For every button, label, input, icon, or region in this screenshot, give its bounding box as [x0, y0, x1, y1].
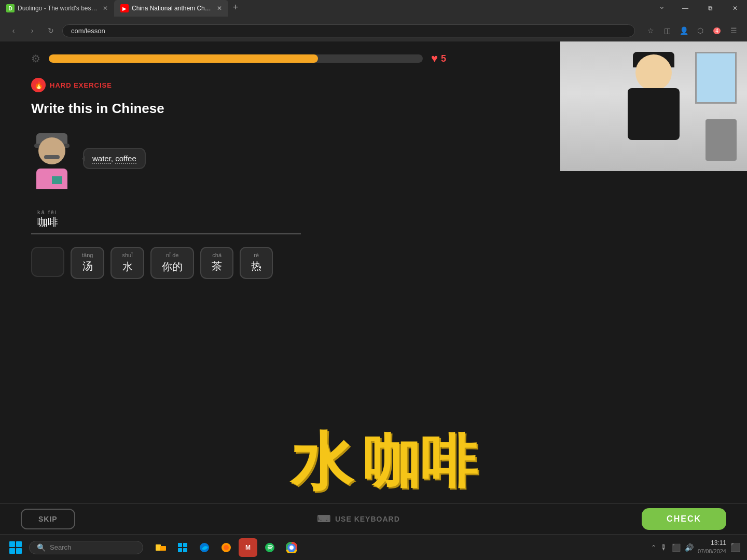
taskbar-app-chrome[interactable] — [282, 538, 301, 557]
pocket-icon[interactable]: ◫ — [660, 23, 674, 38]
volume-icon[interactable]: 🔊 — [685, 543, 694, 552]
skip-button[interactable]: SKIP — [21, 509, 75, 529]
taskbar-apps: M — [151, 538, 301, 557]
address-input[interactable]: com/lesson — [62, 24, 635, 37]
word-pinyin-tang: tāng — [82, 252, 93, 258]
svg-point-11 — [289, 545, 294, 550]
address-text: com/lesson — [71, 27, 105, 35]
big-char-water: 水 — [290, 430, 353, 493]
speech-word-water: water — [92, 154, 111, 164]
char-mustache — [44, 155, 60, 159]
taskbar-right: ⌃ 🎙 ⬛ 🔊 13:11 07/08/2024 ⬛ — [651, 539, 741, 555]
win-logo-q2 — [16, 541, 22, 547]
video-overlay — [560, 41, 747, 171]
addon-badge[interactable]: 4 — [710, 23, 724, 38]
toolbar-icons: ☆ ◫ 👤 ⬡ 4 ☰ — [643, 23, 741, 38]
notification-icon[interactable]: ⬛ — [730, 542, 741, 552]
mic-icon[interactable]: 🎙 — [660, 543, 668, 552]
word-tile-re[interactable]: rè 热 — [240, 247, 273, 279]
word-tile-shui[interactable]: shuǐ 水 — [110, 247, 144, 279]
minimize-button[interactable]: — — [673, 0, 697, 17]
svg-rect-4 — [178, 548, 182, 552]
big-chars-overlay: 水 咖啡 — [290, 430, 477, 493]
taskbar-app-store[interactable] — [173, 538, 192, 557]
refresh-button[interactable]: ↻ — [44, 23, 58, 38]
progress-row: ⚙ ♥ 5 — [31, 52, 446, 65]
back-button[interactable]: ‹ — [6, 23, 21, 38]
taskbar-app-spotify[interactable] — [260, 538, 279, 557]
word-tile-tang[interactable]: tāng 汤 — [71, 247, 104, 279]
show-hidden-icon[interactable]: ⌃ — [651, 544, 656, 551]
word-tile-empty[interactable] — [31, 247, 64, 277]
keyboard-icon: ⌨ — [317, 513, 331, 525]
extensions-icon[interactable]: ⬡ — [693, 23, 708, 38]
word-chinese-ni-de: 你的 — [162, 260, 183, 274]
windows-logo — [9, 541, 22, 554]
answer-chinese: 咖啡 — [37, 215, 295, 229]
char-collar — [52, 176, 62, 184]
word-chinese-tang: 汤 — [82, 259, 93, 273]
tab-expand-button[interactable]: ⌄ — [655, 0, 669, 20]
yt-favicon: ▶ — [120, 4, 129, 12]
yt-tab-close[interactable]: ✕ — [217, 5, 222, 12]
word-pinyin-cha: chá — [212, 252, 222, 258]
char-body — [36, 169, 67, 189]
duo-tab-close[interactable]: ✕ — [103, 5, 108, 12]
address-bar: ‹ › ↻ com/lesson ☆ ◫ 👤 ⬡ 4 ☰ — [0, 20, 747, 41]
word-pinyin-re: rè — [251, 252, 261, 258]
speech-bubble: water, coffee — [83, 148, 146, 169]
exercise-instruction: Write this in Chinese — [31, 101, 446, 117]
menu-icon[interactable]: ☰ — [726, 23, 741, 38]
taskbar-search[interactable]: 🔍 Search — [29, 541, 143, 554]
taskbar-app-explorer[interactable] — [151, 538, 170, 557]
word-options: tāng 汤 shuǐ 水 nǐ de 你的 chá 茶 rè 热 — [31, 247, 446, 279]
tab-duolingo[interactable]: D Duolingo - The world's best wa... ✕ — [0, 0, 114, 17]
char-head — [38, 137, 65, 164]
close-button[interactable]: ✕ — [723, 0, 747, 17]
duo-tab-label: Duolingo - The world's best wa... — [18, 5, 98, 12]
word-tile-cha[interactable]: chá 茶 — [200, 247, 233, 279]
yt-tab-label: China National anthem Chinese... — [132, 5, 212, 12]
start-button[interactable] — [6, 538, 25, 557]
tab-youtube[interactable]: ▶ China National anthem Chinese... ✕ — [114, 0, 228, 17]
word-chinese-re: 热 — [251, 259, 261, 273]
clock-time: 13:11 — [698, 539, 726, 548]
taskbar-app-app1[interactable]: M — [239, 538, 257, 557]
answer-pinyin: kā fēi — [37, 209, 295, 215]
hard-exercise-label: 🔥 HARD EXERCISE — [31, 78, 446, 92]
keyboard-label: USE KEYBOARD — [335, 515, 400, 523]
word-chinese-shui: 水 — [122, 260, 133, 274]
video-content — [560, 41, 747, 171]
main-content: ⚙ ♥ 5 🔥 HARD EXERCISE Write this in Chin… — [0, 41, 747, 503]
person-body — [628, 88, 680, 140]
progress-bar-fill — [49, 54, 318, 63]
heart-icon: ♥ — [431, 52, 438, 65]
person-head — [635, 54, 672, 91]
win-logo-q3 — [9, 548, 15, 554]
taskbar: 🔍 Search M ⌃ 🎙 ⬛ 🔊 — [0, 534, 747, 560]
svg-point-9 — [265, 543, 274, 552]
character-row: water, coffee — [31, 137, 446, 194]
settings-icon[interactable]: ⚙ — [31, 52, 40, 65]
taskbar-app-firefox[interactable] — [217, 538, 236, 557]
svg-rect-2 — [178, 543, 182, 547]
answer-box[interactable]: kā fēi 咖啡 — [31, 205, 301, 233]
new-tab-button[interactable]: + — [228, 0, 243, 15]
check-button[interactable]: CHECK — [642, 508, 726, 530]
hard-exercise-icon: 🔥 — [31, 78, 46, 92]
account-icon[interactable]: 👤 — [676, 23, 691, 38]
search-icon: 🔍 — [37, 543, 46, 552]
person-figure — [602, 49, 706, 163]
speech-comma: , — [111, 154, 115, 163]
taskbar-clock[interactable]: 13:11 07/08/2024 — [698, 539, 726, 555]
browser-chrome: D Duolingo - The world's best wa... ✕ ▶ … — [0, 0, 747, 41]
display-icon[interactable]: ⬛ — [672, 543, 681, 552]
word-pinyin-shui: shuǐ — [122, 252, 133, 259]
bookmark-icon[interactable]: ☆ — [643, 23, 658, 38]
room-radiator — [706, 119, 737, 161]
word-tile-ni-de[interactable]: nǐ de 你的 — [150, 247, 194, 279]
forward-button[interactable]: › — [25, 23, 39, 38]
taskbar-app-edge[interactable] — [195, 538, 214, 557]
maximize-button[interactable]: ⧉ — [698, 0, 722, 17]
use-keyboard-button[interactable]: ⌨ USE KEYBOARD — [317, 513, 400, 525]
